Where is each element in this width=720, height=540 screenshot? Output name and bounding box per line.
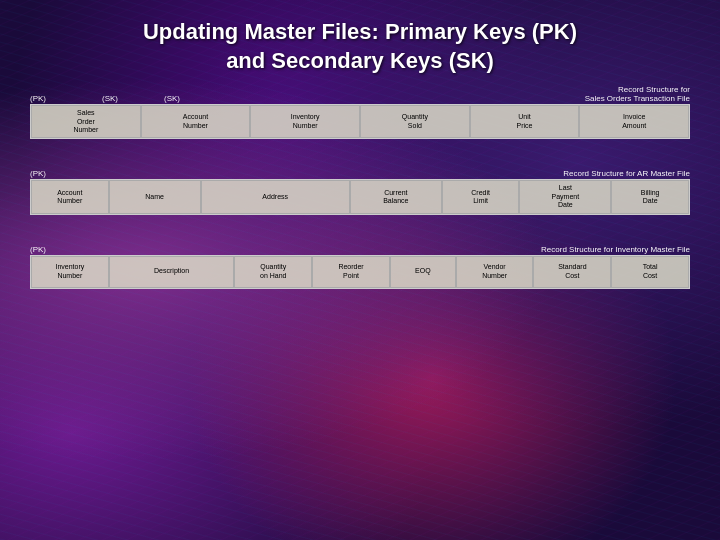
- inventory-master-table: InventoryNumber Description Quantityon H…: [30, 255, 690, 289]
- so-cell-4: QuantitySold: [360, 105, 470, 138]
- title-line2: and Secondary Keys (SK): [226, 48, 494, 73]
- inv-cell-4: ReorderPoint: [312, 256, 390, 288]
- so-pk-label: (PK): [30, 94, 46, 103]
- inv-cell-8: TotalCost: [611, 256, 689, 288]
- title-line1: Updating Master Files: Primary Keys (PK): [143, 19, 577, 44]
- ar-cell-4: CurrentBalance: [350, 180, 442, 213]
- sales-orders-section: (PK) (SK) (SK) Record Structure for Sale…: [30, 85, 690, 139]
- ar-cell-3: Address: [201, 180, 350, 213]
- inv-cell-3: Quantityon Hand: [234, 256, 312, 288]
- ar-pk-label: (PK): [30, 169, 46, 178]
- so-sk1-label: (SK): [102, 94, 118, 103]
- so-record-label: Record Structure for Sales Orders Transa…: [585, 85, 690, 103]
- inv-cell-1: InventoryNumber: [31, 256, 109, 288]
- inv-record-label: Record Structure for Inventory Master Fi…: [541, 245, 690, 254]
- diagram-container: (PK) (SK) (SK) Record Structure for Sale…: [0, 85, 720, 288]
- so-cell-3: InventoryNumber: [250, 105, 360, 138]
- inventory-master-section: (PK) Record Structure for Inventory Mast…: [30, 245, 690, 289]
- ar-record-label: Record Structure for AR Master File: [563, 169, 690, 178]
- ar-master-section: (PK) Record Structure for AR Master File…: [30, 169, 690, 214]
- ar-cell-2: Name: [109, 180, 201, 213]
- ar-master-table: AccountNumber Name Address CurrentBalanc…: [30, 179, 690, 214]
- ar-cell-1: AccountNumber: [31, 180, 109, 213]
- ar-cell-5: CreditLimit: [442, 180, 520, 213]
- inv-cell-5: EOQ: [390, 256, 456, 288]
- so-keys: (PK) (SK) (SK): [30, 94, 180, 103]
- inv-cell-2: Description: [109, 256, 235, 288]
- ar-cell-7: BillingDate: [611, 180, 689, 213]
- inv-cell-7: StandardCost: [533, 256, 611, 288]
- so-cell-2: AccountNumber: [141, 105, 251, 138]
- ar-cell-6: LastPaymentDate: [519, 180, 611, 213]
- so-cell-1: SalesOrderNumber: [31, 105, 141, 138]
- sales-orders-table: SalesOrderNumber AccountNumber Inventory…: [30, 104, 690, 139]
- so-cell-6: InvoiceAmount: [579, 105, 689, 138]
- so-cell-5: UnitPrice: [470, 105, 580, 138]
- ar-keys: (PK): [30, 169, 46, 178]
- inv-cell-6: VendorNumber: [456, 256, 534, 288]
- page-title: Updating Master Files: Primary Keys (PK)…: [0, 0, 720, 85]
- inv-keys: (PK): [30, 245, 46, 254]
- inv-pk-label: (PK): [30, 245, 46, 254]
- so-sk2-label: (SK): [164, 94, 180, 103]
